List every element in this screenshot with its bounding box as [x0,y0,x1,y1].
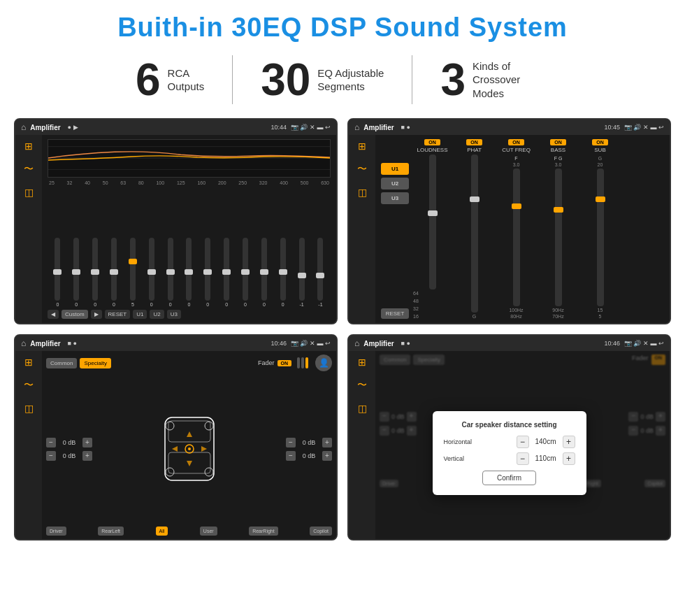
phat-slider[interactable] [471,155,478,313]
speaker-sidebar-icon-2[interactable]: ◫ [358,187,367,198]
zone-copilot[interactable]: Copilot [310,527,332,536]
phat-toggle[interactable]: ON [466,139,482,145]
stat-crossover-number: 3 [440,57,466,102]
loudness-label: LOUDNESS [417,147,447,153]
screenshots-grid: ⌂ Amplifier ● ▶ 10:44 📷 🔊 ✕ ▬ ↩ ⊞ 〜 ◫ [0,113,685,547]
eq-graph-svg [48,140,330,177]
freq-25: 25 [49,180,55,185]
fader-on-toggle[interactable]: ON [277,360,292,366]
eq-sidebar-icon-3[interactable]: ⊞ [24,357,33,368]
screen-content-1: ⊞ 〜 ◫ [15,135,336,323]
home-icon-2: ⌂ [354,122,359,132]
preset-u2[interactable]: U2 [381,178,409,189]
stat-rca-label: RCAOutputs [168,66,205,94]
dialog-overlay: Car speaker distance setting Horizontal … [349,366,670,539]
zone-all[interactable]: All [156,527,168,536]
reset-btn[interactable]: RESET [105,310,131,319]
eq-freq-labels: 25 32 40 50 63 80 100 125 160 200 250 32… [48,180,331,185]
phat-label: PHAT [467,147,482,153]
svg-marker-12 [201,446,207,452]
vol-minus-3[interactable]: − [286,438,296,447]
u1-btn[interactable]: U1 [133,310,147,319]
stat-crossover-label: Kinds ofCrossover Modes [473,59,549,101]
preset-u1[interactable]: U1 [381,163,409,175]
car-diagram-svg [154,396,224,501]
horizontal-label: Horizontal [444,438,486,445]
fader-panel: Common Specialty Fader ON 👤 − [42,351,336,539]
reset-crossover[interactable]: RESET [381,308,409,319]
eq-slider-1: 0 [68,238,85,307]
wave-sidebar-icon-3[interactable]: 〜 [24,379,34,392]
cutfreq-slider[interactable] [513,169,520,306]
zone-driver[interactable]: Driver [46,527,66,536]
vertical-plus[interactable]: + [563,452,575,465]
vol-plus-4[interactable]: + [322,451,332,461]
fader-main: − 0 dB + − 0 dB + [46,374,332,524]
page-title: Buith-in 30EQ DSP Sound System [0,0,685,50]
speaker-sidebar-icon-3[interactable]: ◫ [24,403,34,414]
home-icon-3: ⌂ [21,338,26,348]
loudness-toggle[interactable]: ON [424,139,440,145]
specialty-tab[interactable]: Specialty [80,358,110,368]
wave-sidebar-icon-2[interactable]: 〜 [357,163,367,176]
vol-plus-3[interactable]: + [322,438,332,447]
freq-50: 50 [103,180,108,185]
common-tab[interactable]: Common [46,358,77,368]
left-sidebar-1: ⊞ 〜 ◫ [15,135,42,323]
vol-plus-1[interactable]: + [82,438,92,447]
confirm-button[interactable]: Confirm [482,471,536,485]
loudness-slider[interactable] [429,155,436,289]
vol-value-1: 0 dB [59,439,80,446]
freq-400: 400 [280,180,288,185]
preset-u3[interactable]: U3 [381,192,409,204]
cutfreq-label: CUT FREQ [502,147,531,153]
screen-dialog: ⌂ Amplifier ■ ● 10:46 📷 🔊 ✕ ▬ ↩ ⊞ 〜 ◫ Co… [347,334,671,540]
dialog-title: Car speaker distance setting [444,421,575,429]
vol-minus-1[interactable]: − [46,438,56,447]
eq-sidebar-icon-2[interactable]: ⊞ [358,141,366,152]
eq-slider-2: 0 [87,238,104,307]
sub-val2: 5 [599,314,602,319]
status-bar-3: ⌂ Amplifier ■ ● 10:46 📷 🔊 ✕ ▬ ↩ [15,336,336,351]
eq-slider-11: 0 [255,238,273,307]
zone-rearright[interactable]: RearRight [249,527,278,536]
cutfreq-toggle[interactable]: ON [508,139,524,145]
u2-btn[interactable]: U2 [150,310,164,319]
eq-bottom-bar: ◀ Custom ▶ RESET U1 U2 U3 [48,310,331,319]
sub-slider[interactable] [597,169,604,306]
vol-value-2: 0 dB [59,452,80,459]
prev-btn[interactable]: ◀ [48,310,59,319]
zone-user[interactable]: User [200,527,217,536]
custom-btn[interactable]: Custom [62,310,88,319]
fader-label: Fader [258,359,275,366]
horizontal-plus[interactable]: + [563,436,575,448]
screen-content-4: ⊞ 〜 ◫ Common Specialty Fader ON − 0 dB [349,351,670,539]
vol-minus-4[interactable]: − [286,451,296,461]
status-icons-3: 📷 🔊 ✕ ▬ ↩ [291,340,331,347]
u3-btn[interactable]: U3 [167,310,181,319]
eq-sidebar-icon[interactable]: ⊞ [24,141,33,152]
vertical-minus[interactable]: − [517,452,529,465]
play-btn[interactable]: ▶ [91,310,102,319]
status-dots-1: ● ▶ [68,124,78,131]
speaker-sidebar-icon[interactable]: ◫ [24,187,34,198]
vol-row-3: − 0 dB + [286,438,332,447]
vol-minus-2[interactable]: − [46,451,56,461]
sub-toggle[interactable]: ON [592,139,608,145]
horizontal-minus[interactable]: − [517,436,529,448]
bass-toggle[interactable]: ON [550,139,566,145]
freq-250: 250 [238,180,247,185]
eq-slider-14: -1 [312,238,329,307]
settings-icon[interactable]: 👤 [315,354,332,371]
cross-loudness: ON LOUDNESS 64 48 32 [413,139,452,319]
zone-rearleft[interactable]: RearLeft [98,527,124,536]
eq-slider-4: 5 [124,238,141,307]
wave-sidebar-icon[interactable]: 〜 [24,163,34,176]
freq-500: 500 [301,180,309,185]
vol-plus-2[interactable]: + [82,451,92,461]
bass-slider[interactable] [555,169,562,306]
eq-slider-12: 0 [274,238,291,307]
cutfreq-hz1: 100Hz [509,308,523,313]
status-icons-1: 📷 🔊 ✕ ▬ ↩ [291,124,331,131]
home-icon-1: ⌂ [21,122,26,132]
